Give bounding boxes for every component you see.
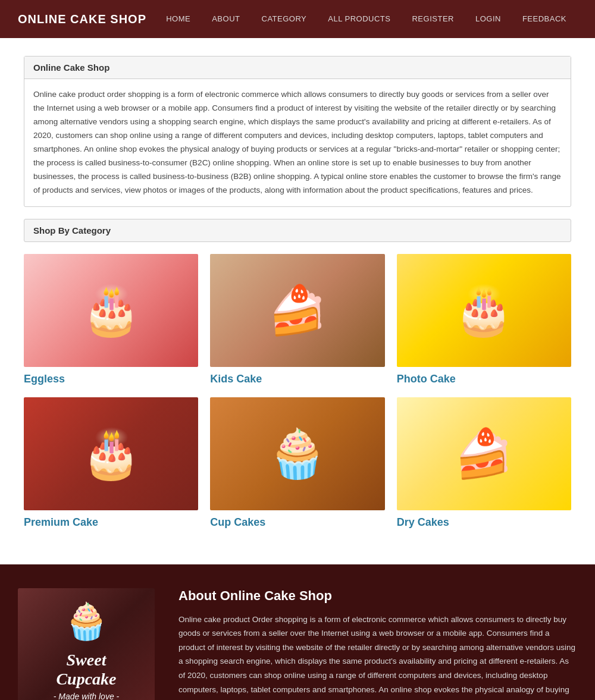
footer-cupcake-image: Sweet Cupcake - Made with love - (18, 588, 155, 701)
category-image-cup-cakes (210, 397, 384, 510)
nav-all-products[interactable]: ALL PRODUCTS (317, 0, 401, 38)
footer-img-line2: Cupcake (54, 670, 119, 689)
intro-panel-header: Online Cake Shop (24, 56, 571, 79)
category-image-dry-cakes (397, 397, 571, 510)
category-image-photo-cake (397, 254, 571, 367)
category-item-photo-cake: Photo Cake (397, 254, 571, 385)
nav-about[interactable]: ABOUT (201, 0, 250, 38)
category-image-kids-cake (210, 254, 384, 367)
nav-register[interactable]: REGISTER (401, 0, 464, 38)
category-label-cup-cakes[interactable]: Cup Cakes (210, 516, 384, 529)
nav-feedback[interactable]: FEEDBACK (512, 0, 577, 38)
footer-img-line3: - Made with love - (54, 692, 119, 701)
category-item-kids-cake: Kids Cake (210, 254, 384, 385)
shop-by-category-header: Shop By Category (24, 219, 571, 242)
category-grid: EgglessKids CakePhoto CakePremium CakeCu… (24, 254, 571, 529)
category-label-photo-cake[interactable]: Photo Cake (397, 373, 571, 385)
footer-img-line1: Sweet (54, 651, 119, 670)
nav-home[interactable]: HOME (155, 0, 201, 38)
footer-about-title: About Online Cake Shop (178, 588, 577, 604)
category-item-eggless: Eggless (24, 254, 198, 385)
main-content: Online Cake Shop Online cake product ord… (12, 38, 583, 564)
category-item-dry-cakes: Dry Cakes (397, 397, 571, 529)
nav-category[interactable]: CATEGORY (251, 0, 318, 38)
category-item-premium-cake: Premium Cake (24, 397, 198, 529)
site-logo: ONLINE CAKE SHOP (18, 12, 146, 26)
navbar: ONLINE CAKE SHOP HOMEABOUTCATEGORYALL PR… (0, 0, 595, 38)
intro-panel: Online Cake Shop Online cake product ord… (24, 56, 571, 207)
footer-about-text: About Online Cake Shop Online cake produ… (178, 588, 577, 701)
category-image-premium-cake (24, 397, 198, 510)
nav-links: HOMEABOUTCATEGORYALL PRODUCTSREGISTERLOG… (155, 0, 577, 38)
category-item-cup-cakes: Cup Cakes (210, 397, 384, 529)
category-label-eggless[interactable]: Eggless (24, 373, 198, 385)
category-label-dry-cakes[interactable]: Dry Cakes (397, 516, 571, 529)
category-label-kids-cake[interactable]: Kids Cake (210, 373, 384, 385)
footer-about-body: Online cake product Order shopping is a … (178, 613, 577, 701)
footer-image-text: Sweet Cupcake - Made with love - (54, 651, 119, 701)
footer-about-section: Sweet Cupcake - Made with love - About O… (0, 564, 595, 701)
category-label-premium-cake[interactable]: Premium Cake (24, 516, 198, 529)
category-image-eggless (24, 254, 198, 367)
intro-panel-body: Online cake product order shopping is a … (24, 79, 571, 206)
nav-login[interactable]: LOGIN (465, 0, 512, 38)
footer-image-wrap: Sweet Cupcake - Made with love - (18, 588, 155, 701)
